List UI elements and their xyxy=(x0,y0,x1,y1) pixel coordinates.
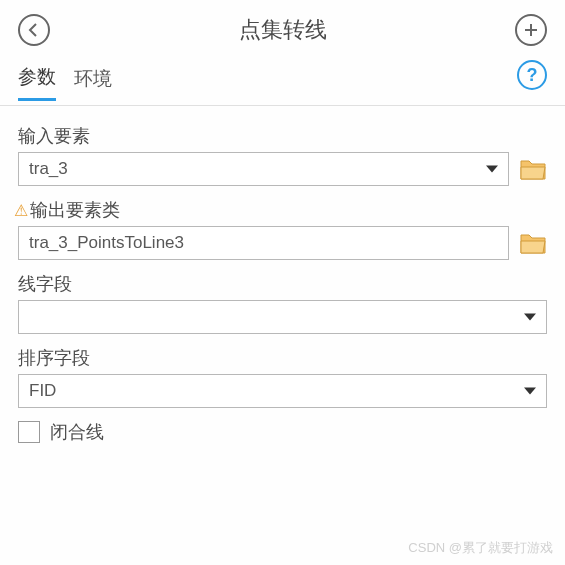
output-fc-label: 输出要素类 xyxy=(30,198,120,222)
line-field-dropdown[interactable] xyxy=(18,300,547,334)
sort-field-dropdown[interactable]: FID xyxy=(18,374,547,408)
help-button[interactable]: ? xyxy=(517,60,547,90)
sort-field-label: 排序字段 xyxy=(18,346,547,370)
folder-icon[interactable] xyxy=(519,231,547,255)
sort-field-value: FID xyxy=(29,381,56,401)
warning-icon: ⚠ xyxy=(14,201,28,220)
back-button[interactable] xyxy=(18,14,50,46)
line-field-label: 线字段 xyxy=(18,272,547,296)
watermark: CSDN @累了就要打游戏 xyxy=(408,539,553,557)
input-features-dropdown[interactable]: tra_3 xyxy=(18,152,509,186)
input-features-label: 输入要素 xyxy=(18,124,547,148)
divider xyxy=(0,105,565,106)
tab-params[interactable]: 参数 xyxy=(18,64,56,101)
input-features-value: tra_3 xyxy=(29,159,68,179)
add-button[interactable] xyxy=(515,14,547,46)
folder-icon[interactable] xyxy=(519,157,547,181)
close-line-checkbox[interactable] xyxy=(18,421,40,443)
output-fc-input[interactable] xyxy=(18,226,509,260)
chevron-down-icon xyxy=(524,314,536,321)
chevron-down-icon xyxy=(524,388,536,395)
tab-env[interactable]: 环境 xyxy=(74,66,112,100)
page-title: 点集转线 xyxy=(239,15,327,45)
chevron-down-icon xyxy=(486,166,498,173)
close-line-label: 闭合线 xyxy=(50,420,104,444)
